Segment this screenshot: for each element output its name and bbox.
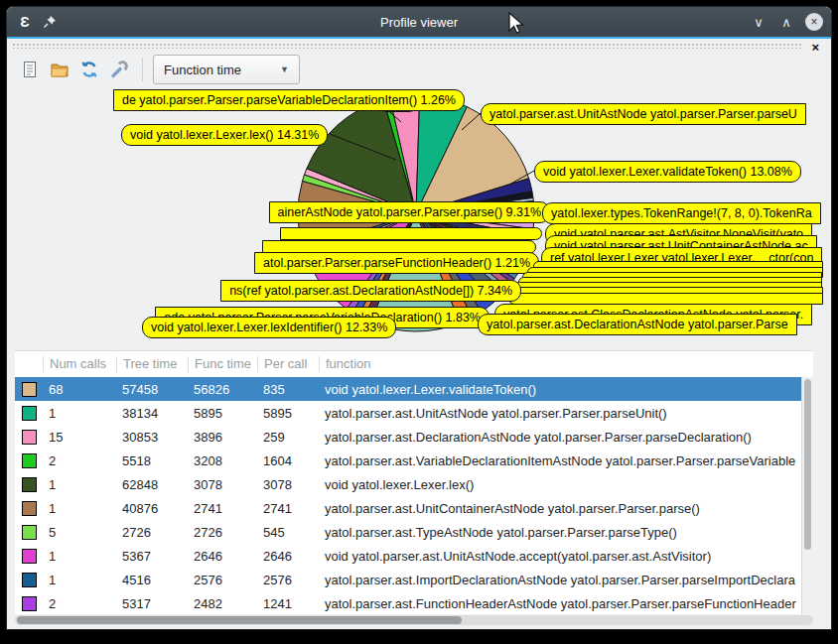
cell-per-call: 2576 [257,573,319,587]
color-swatch [22,501,37,516]
pie-label: ns(ref yatol.parser.ast.DeclarationAstNo… [220,280,521,302]
dock-handle[interactable] [12,43,801,49]
cell-per-call: 545 [257,525,319,540]
cell-function: void yatol.parser.ast.UnitAstNode.accept… [319,549,813,564]
table-row[interactable]: 685745856826835void yatol.lexer.Lexer.va… [15,377,813,401]
pie-chart: 03%de yatol.parser.Parser.parseVariableD… [7,86,832,346]
table-row[interactable]: 2551832081604yatol.parser.ast.VariableDe… [15,449,813,472]
header-color-column [15,356,43,372]
cell-func-time: 56826 [188,382,257,397]
metric-dropdown[interactable]: Function time ▼ [153,55,300,84]
table-row[interactable]: 13813458955895yatol.parser.ast.UnitAstNo… [15,401,813,425]
metric-dropdown-value: Function time [164,63,241,77]
pie-label: de yatol.parser.Parser.parseVariableDecl… [113,89,465,111]
toolbar: Function time ▼ [17,53,300,86]
dock-close-icon[interactable]: × [811,40,819,55]
color-swatch [22,430,37,445]
pie-label: ainerAstNode yatol.parser.Parser.parse()… [269,201,550,223]
color-swatch [22,477,37,492]
cell-tree-time: 4516 [116,573,188,587]
table-row[interactable]: 2531724821241yatol.parser.ast.FunctionHe… [15,591,813,615]
refresh-button[interactable] [76,57,102,82]
vertical-scrollbar-thumb[interactable] [804,379,811,550]
cell-function: void yatol.lexer.Lexer.validateToken() [319,382,813,397]
column-header[interactable]: Num calls [43,356,116,372]
column-header[interactable]: Tree time [116,356,188,372]
cell-num-calls: 1 [43,549,116,564]
cell-function: yatol.parser.ast.TypeAstNode yatol.parse… [319,525,813,540]
table-row[interactable]: 527262726545yatol.parser.ast.TypeAstNode… [15,520,813,544]
cell-tree-time: 5367 [116,549,188,564]
cell-tree-time: 5518 [116,453,188,468]
cell-per-call: 835 [257,382,319,397]
pie-label: yatol.parser.ast.DeclarationAstNode yato… [478,314,797,335]
cell-per-call: 2646 [257,549,319,564]
cell-func-time: 5895 [188,406,257,421]
color-swatch [22,596,37,611]
cell-num-calls: 1 [43,501,116,516]
cell-per-call: 3078 [257,477,319,492]
cell-function: yatol.parser.ast.FunctionHeaderAstNode y… [319,596,813,611]
cell-tree-time: 40876 [116,501,188,516]
configure-button[interactable] [106,57,132,82]
open-folder-icon [50,60,70,79]
cell-per-call: 1241 [257,596,319,611]
cell-tree-time: 2726 [116,525,188,540]
table-row[interactable]: 16284830783078void yatol.lexer.Lexer.lex… [15,472,813,496]
close-button[interactable]: × [805,13,823,31]
table-row[interactable]: 14087627412741yatol.parser.ast.UnitConta… [15,496,813,520]
cell-num-calls: 68 [43,382,116,397]
maximize-button[interactable]: ∧ [777,15,795,30]
cell-num-calls: 1 [43,573,116,587]
mouse-cursor [508,12,530,38]
minimize-button[interactable]: ∨ [750,15,768,30]
cell-func-time: 2646 [188,549,257,564]
profile-table: Num callsTree timeFunc timePer callfunct… [15,350,813,614]
titlebar[interactable]: Ɛ Profile viewer ∨ ∧ × [7,7,831,37]
cell-tree-time: 38134 [116,406,188,421]
cell-function: yatol.parser.ast.VariableDeclarationItem… [319,453,813,468]
cell-func-time: 2576 [188,573,257,587]
color-swatch [22,573,37,587]
table-header: Num callsTree timeFunc timePer callfunct… [15,351,813,377]
color-swatch [22,406,37,421]
screen: Ɛ Profile viewer ∨ ∧ × × [0,0,838,644]
table-row[interactable]: 15308533896259yatol.parser.ast.Declarati… [15,425,813,449]
report-icon [20,60,40,79]
chevron-down-icon: ▼ [280,64,289,74]
window-title: Profile viewer [7,15,831,30]
color-swatch [22,525,37,540]
table-row[interactable]: 1451625762576yatol.parser.ast.ImportDecl… [15,568,813,591]
cell-function: yatol.parser.ast.DeclarationAstNode yato… [319,430,813,445]
wrench-icon [109,60,129,79]
color-swatch [22,549,37,564]
vertical-scrollbar[interactable] [801,377,813,614]
column-header[interactable]: Per call [257,356,319,372]
column-header[interactable]: Func time [188,356,257,372]
pie-label: void yatol.lexer.Lexer.lexIdentifier() 1… [142,317,396,338]
pie-label: atol.parser.Parser.parseFunctionHeader()… [254,252,539,274]
cell-num-calls: 5 [43,525,116,540]
cell-per-call: 1604 [257,453,319,468]
report-button[interactable] [17,57,43,82]
column-header[interactable]: function [319,356,813,372]
cell-num-calls: 2 [43,596,116,611]
cell-tree-time: 62848 [116,477,188,492]
color-swatch [22,382,37,397]
pie-label: yatol.parser.ast.UnitAstNode yatol.parse… [481,103,806,125]
pie-label: yatol.lexer.types.TokenRange!(7, 8, 0).T… [542,202,821,224]
cell-num-calls: 2 [43,453,116,468]
horizontal-scrollbar-thumb[interactable] [17,616,462,624]
cell-num-calls: 15 [43,430,116,445]
pie-label: void yatol.lexer.Lexer.validateToken() 1… [534,161,801,183]
cell-per-call: 5895 [257,406,319,421]
toolbar-separator [142,58,143,81]
table-row[interactable]: 1536726462646void yatol.parser.ast.UnitA… [15,544,813,568]
open-button[interactable] [47,57,72,82]
horizontal-scrollbar[interactable] [15,615,813,625]
refresh-icon [79,60,99,79]
cell-func-time: 3078 [188,477,257,492]
titlebar-accent-line [7,37,831,39]
cell-function: yatol.parser.ast.UnitAstNode yatol.parse… [319,406,813,421]
cell-per-call: 259 [257,430,319,445]
